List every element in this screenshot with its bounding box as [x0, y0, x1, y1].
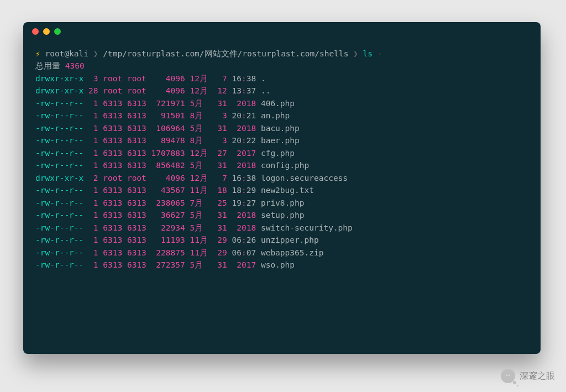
table-row: -rw-r--r-- 1 6313 6313 228875 11月 29 06:…	[35, 247, 353, 259]
close-icon[interactable]	[32, 28, 39, 35]
file-links: 1	[83, 134, 98, 147]
table-row: drwxr-xr-x 3 root root 4096 12月 7 16:38 …	[35, 72, 353, 85]
file-owner: 6313	[98, 147, 123, 159]
file-group: 6313	[122, 159, 146, 171]
file-group: root	[122, 172, 146, 184]
table-row: -rw-r--r-- 1 6313 6313 272357 5月 31 2017…	[35, 259, 353, 271]
file-name: baer.php	[256, 134, 353, 147]
file-permissions: drwxr-xr-x	[35, 172, 83, 184]
file-owner: 6313	[98, 184, 123, 196]
file-name: an.php	[256, 109, 353, 122]
file-day: 29	[213, 234, 227, 246]
file-permissions: -rw-r--r--	[35, 247, 83, 259]
file-name: priv8.php	[256, 197, 353, 209]
file-day: 27	[213, 147, 227, 159]
file-time: 19:27	[227, 197, 256, 209]
file-permissions: -rw-r--r--	[35, 134, 83, 147]
file-size: 721971	[146, 97, 185, 109]
table-row: -rw-r--r-- 1 6313 6313 36627 5月 31 2018 …	[35, 209, 353, 221]
file-owner: 6313	[98, 222, 123, 234]
file-time: 16:38	[227, 72, 256, 85]
file-name: new2bug.txt	[256, 184, 353, 196]
file-permissions: -rw-r--r--	[35, 197, 83, 209]
file-size: 106964	[146, 122, 185, 134]
file-links: 1	[83, 259, 98, 271]
file-time: 16:38	[227, 172, 256, 184]
file-time: 13:37	[227, 85, 256, 97]
file-time: 2018	[227, 97, 256, 109]
file-size: 1707883	[146, 147, 185, 159]
file-owner: 6313	[98, 109, 123, 122]
file-month: 12月	[185, 147, 213, 159]
file-name: switch-security.php	[256, 222, 353, 234]
file-owner: 6313	[98, 247, 123, 259]
file-permissions: -rw-r--r--	[35, 209, 83, 221]
file-permissions: -rw-r--r--	[35, 147, 83, 159]
file-name: .	[256, 72, 353, 85]
file-links: 1	[83, 184, 98, 196]
file-name: logon.secureaccess	[256, 172, 353, 184]
zoom-icon[interactable]	[54, 28, 61, 35]
file-group: root	[122, 85, 146, 97]
file-month: 12月	[185, 85, 213, 97]
summary-label: 总用量	[35, 61, 60, 70]
file-month: 5月	[185, 159, 213, 171]
file-day: 31	[213, 209, 227, 221]
file-permissions: -rw-r--r--	[35, 259, 83, 271]
file-links: 3	[83, 72, 98, 85]
prompt-line: ⚡ root@kali ❯ /tmp/rosturplast.com/网站文件/…	[35, 48, 528, 60]
file-permissions: -rw-r--r--	[35, 159, 83, 171]
file-owner: root	[98, 72, 123, 85]
terminal-window: ⚡ root@kali ❯ /tmp/rosturplast.com/网站文件/…	[23, 22, 541, 354]
table-row: -rw-r--r-- 1 6313 6313 22934 5月 31 2018 …	[35, 222, 353, 234]
watermark: 深邃之眼	[501, 369, 555, 383]
file-time: 2017	[227, 147, 256, 159]
file-time: 2018	[227, 209, 256, 221]
file-month: 12月	[185, 172, 213, 184]
file-group: 6313	[122, 247, 146, 259]
file-size: 272357	[146, 259, 185, 271]
terminal-body[interactable]: ⚡ root@kali ❯ /tmp/rosturplast.com/网站文件/…	[23, 41, 541, 282]
table-row: -rw-r--r-- 1 6313 6313 43567 11月 18 18:2…	[35, 184, 353, 196]
file-group: 6313	[122, 222, 146, 234]
table-row: -rw-r--r-- 1 6313 6313 91501 8月 3 20:21 …	[35, 109, 353, 122]
file-owner: 6313	[98, 159, 123, 171]
file-name: bacu.php	[256, 122, 353, 134]
file-links: 1	[83, 234, 98, 246]
file-group: 6313	[122, 197, 146, 209]
file-month: 5月	[185, 97, 213, 109]
table-row: -rw-r--r-- 1 6313 6313 721971 5月 31 2018…	[35, 97, 353, 109]
file-permissions: drwxr-xr-x	[35, 72, 83, 85]
file-time: 06:07	[227, 247, 256, 259]
file-owner: 6313	[98, 209, 123, 221]
file-links: 1	[83, 209, 98, 221]
file-links: 1	[83, 122, 98, 134]
prompt-sep-1: ❯	[93, 49, 98, 58]
file-month: 11月	[185, 247, 213, 259]
file-time: 2018	[227, 222, 256, 234]
file-name: unzipper.php	[256, 234, 353, 246]
file-name: ..	[256, 85, 353, 97]
file-size: 91501	[146, 109, 185, 122]
file-day: 31	[213, 222, 227, 234]
file-size: 228875	[146, 247, 185, 259]
file-size: 4096	[146, 85, 185, 97]
file-month: 8月	[185, 134, 213, 147]
file-owner: 6313	[98, 259, 123, 271]
file-links: 1	[83, 197, 98, 209]
file-group: 6313	[122, 259, 146, 271]
file-month: 12月	[185, 72, 213, 85]
table-row: -rw-r--r-- 1 6313 6313 856482 5月 31 2018…	[35, 159, 353, 171]
file-links: 2	[83, 172, 98, 184]
file-permissions: -rw-r--r--	[35, 184, 83, 196]
file-day: 7	[213, 172, 227, 184]
prompt-user: root@kali	[45, 49, 88, 58]
file-month: 7月	[185, 197, 213, 209]
file-name: wso.php	[256, 259, 353, 271]
prompt-flag: -	[378, 49, 382, 58]
file-size: 36627	[146, 209, 185, 221]
file-size: 43567	[146, 184, 185, 196]
minimize-icon[interactable]	[43, 28, 50, 35]
file-name: webapp365.zip	[256, 247, 353, 259]
file-name: 406.php	[256, 97, 353, 109]
